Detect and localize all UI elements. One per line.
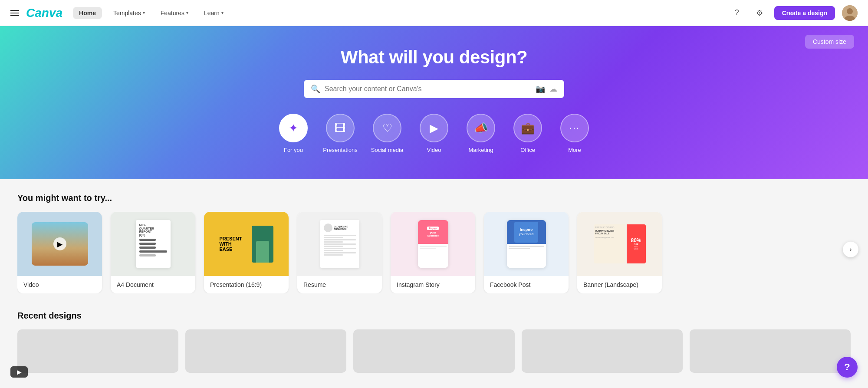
custom-size-button[interactable]: Custom size	[805, 35, 854, 49]
category-icon-marketing: 📣	[467, 114, 495, 142]
card-presentation-label: Presentation (16:9)	[204, 276, 289, 293]
category-icon-presentations: 🎞	[326, 114, 355, 142]
suggestions-section: You might want to try... ▶ Video	[17, 193, 851, 293]
features-nav[interactable]: Features ▾	[156, 7, 193, 19]
card-a4-document[interactable]: MID-QUARTERREPORT(Q2) A4 Document	[111, 212, 195, 293]
card-facebook-post[interactable]: Inspireyour Feed Facebook Post	[484, 212, 569, 293]
category-label-more: More	[568, 147, 581, 153]
category-office[interactable]: 💼 Office	[510, 114, 545, 153]
main-content: You might want to try... ▶ Video	[0, 179, 868, 387]
cards-wrapper: ▶ Video MID-QUARTERREPORT(Q2)	[17, 212, 851, 293]
insta-mock: Engage your Audience	[418, 220, 448, 268]
settings-button[interactable]: ⚙	[752, 5, 767, 21]
card-insta-thumb: Engage your Audience	[391, 212, 475, 276]
banner-mock: FRESH CLOTHING ULTIMATE BLACKFRIDAY SALE…	[594, 224, 646, 263]
category-icon-for-you: ✦	[279, 114, 308, 142]
learn-nav[interactable]: Learn ▾	[200, 7, 228, 19]
chevron-down-icon: ▾	[186, 10, 188, 15]
card-a4-label: A4 Document	[111, 276, 195, 293]
category-label-marketing: Marketing	[468, 147, 493, 153]
category-more[interactable]: ··· More	[557, 114, 592, 153]
chevron-down-icon: ▾	[221, 10, 224, 15]
categories-row: ✦ For you 🎞 Presentations ♡ Social media…	[14, 114, 854, 153]
hero-section: Custom size What will you design? 🔍 📷 ☁ …	[0, 26, 868, 179]
card-banner-landscape[interactable]: FRESH CLOTHING ULTIMATE BLACKFRIDAY SALE…	[577, 212, 662, 293]
category-icon-social-media: ♡	[373, 114, 401, 142]
home-button[interactable]: Home	[73, 7, 102, 19]
recent-design-item[interactable]	[690, 329, 851, 373]
recent-design-item[interactable]	[17, 329, 178, 373]
hero-title: What will you design?	[14, 47, 854, 68]
card-video[interactable]: ▶ Video	[17, 212, 102, 293]
fb-mock: Inspireyour Feed	[507, 220, 546, 268]
video-bar[interactable]: ▶	[10, 366, 28, 378]
card-resume-thumb: JACQUELINE THOMPSON	[297, 212, 382, 276]
category-icon-more: ···	[560, 114, 589, 142]
create-design-button[interactable]: Create a design	[774, 6, 835, 20]
card-video-label: Video	[17, 276, 102, 293]
category-icon-office: 💼	[513, 114, 542, 142]
recent-section: Recent designs	[17, 311, 851, 373]
resume-mock: JACQUELINE THOMPSON	[320, 220, 359, 268]
card-resume-label: Resume	[297, 276, 382, 293]
search-icon: 🔍	[311, 84, 320, 94]
card-presentation[interactable]: PRESENTWITHEASE Presentation (16:9)	[204, 212, 289, 293]
category-for-you[interactable]: ✦ For you	[276, 114, 311, 153]
video-thumbnail: ▶	[32, 222, 88, 266]
navbar-right: ? ⚙ Create a design	[729, 5, 858, 21]
search-bar: 🔍 📷 ☁	[304, 80, 564, 98]
card-fb-thumb: Inspireyour Feed	[484, 212, 569, 276]
category-presentations[interactable]: 🎞 Presentations	[323, 114, 358, 153]
scroll-right-button[interactable]: ›	[843, 242, 858, 257]
navbar: Canva Home Templates ▾ Features ▾ Learn …	[0, 0, 868, 26]
help-fab-button[interactable]: ?	[837, 357, 858, 378]
recent-design-item[interactable]	[522, 329, 683, 373]
recent-design-item[interactable]	[353, 329, 514, 373]
card-facebook-label: Facebook Post	[484, 276, 569, 293]
category-label-presentations: Presentations	[323, 147, 358, 153]
card-instagram-story[interactable]: Engage your Audience Instagram Sto	[391, 212, 475, 293]
suggestions-title: You might want to try...	[17, 193, 851, 203]
card-banner-label: Banner (Landscape)	[577, 276, 662, 293]
card-instagram-label: Instagram Story	[391, 276, 475, 293]
category-label-video: Video	[427, 147, 441, 153]
card-video-thumb: ▶	[17, 212, 102, 276]
hamburger-icon[interactable]	[10, 10, 19, 16]
category-icon-video: ▶	[420, 114, 448, 142]
category-label-for-you: For you	[284, 147, 303, 153]
recent-title: Recent designs	[17, 311, 851, 321]
navbar-left: Canva Home Templates ▾ Features ▾ Learn …	[10, 6, 228, 20]
a4-doc-mock: MID-QUARTERREPORT(Q2)	[136, 220, 171, 268]
avatar[interactable]	[842, 5, 858, 21]
category-marketing[interactable]: 📣 Marketing	[464, 114, 498, 153]
card-resume[interactable]: JACQUELINE THOMPSON	[297, 212, 382, 293]
search-input[interactable]	[325, 85, 531, 93]
category-social-media[interactable]: ♡ Social media	[370, 114, 404, 153]
help-button[interactable]: ?	[729, 5, 745, 21]
category-video[interactable]: ▶ Video	[417, 114, 451, 153]
card-a4-thumb: MID-QUARTERREPORT(Q2)	[111, 212, 195, 276]
camera-icon[interactable]: 📷	[536, 84, 545, 94]
video-bar-icon: ▶	[17, 368, 22, 375]
play-icon: ▶	[53, 237, 66, 250]
card-pres-thumb: PRESENTWITHEASE	[204, 212, 289, 276]
upload-icon[interactable]: ☁	[549, 84, 557, 94]
canva-logo[interactable]: Canva	[26, 6, 62, 20]
templates-nav[interactable]: Templates ▾	[109, 7, 149, 19]
recent-designs-row	[17, 329, 851, 373]
category-label-social-media: Social media	[371, 147, 403, 153]
svg-point-1	[847, 8, 853, 14]
card-banner-thumb: FRESH CLOTHING ULTIMATE BLACKFRIDAY SALE…	[577, 212, 662, 276]
recent-design-item[interactable]	[185, 329, 346, 373]
category-label-office: Office	[520, 147, 535, 153]
chevron-down-icon: ▾	[143, 10, 145, 15]
suggestions-cards-row: ▶ Video MID-QUARTERREPORT(Q2)	[17, 212, 851, 293]
